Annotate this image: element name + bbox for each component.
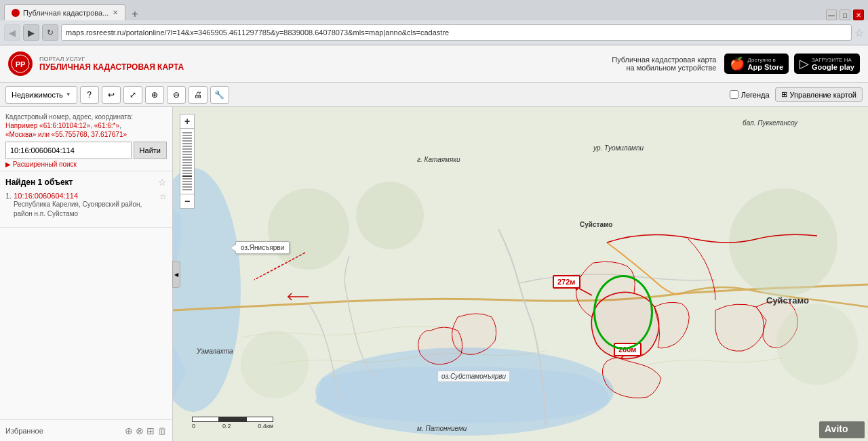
undo-tool-button[interactable]: ↩ xyxy=(102,86,121,104)
scale-segment xyxy=(219,417,246,422)
zoom-tick xyxy=(182,162,192,163)
result-number: 1. xyxy=(5,192,12,200)
search-section: Кадастровый номер, адрес, координата: На… xyxy=(0,107,172,171)
zoom-tick xyxy=(182,146,192,147)
zoom-tick xyxy=(182,143,192,144)
zoom-in-button[interactable]: + xyxy=(180,114,195,129)
window-close-button[interactable]: ✕ xyxy=(853,9,864,20)
address-input[interactable] xyxy=(61,24,852,41)
portal-logo: РР ПОРТАЛ УСЛУГ ПУБЛИЧНАЯ КАДАСТРОВАЯ КА… xyxy=(8,51,612,76)
forward-button[interactable]: ▶ xyxy=(23,24,39,41)
result-addr1: Республика Карелия, Суоярвский район, xyxy=(14,201,142,208)
map-label-suistamo-right: Суйстамо xyxy=(766,295,809,306)
zoom-tick xyxy=(182,156,192,158)
scale-line xyxy=(192,417,273,422)
svg-point-9 xyxy=(241,331,309,398)
zoom-tick xyxy=(182,173,192,174)
googleplay-button[interactable]: ▷ ЗАГРУЗИТЕ НА Google play xyxy=(794,54,860,74)
map-label-suistamo-top: Суйстамо xyxy=(580,221,612,228)
manage-map-grid-icon: ⊞ xyxy=(781,90,787,99)
map-svg xyxy=(173,107,868,441)
favorites-add-icon[interactable]: ⊕ xyxy=(125,425,133,436)
tab-close-button[interactable]: ✕ xyxy=(113,9,118,16)
logo-emblem: РР xyxy=(8,51,33,76)
search-input[interactable] xyxy=(5,142,132,159)
new-tab-button[interactable]: + xyxy=(127,8,142,20)
legend-checkbox-label[interactable]: Легенда xyxy=(730,90,770,99)
favorites-icons: ⊕ ⊗ ⊞ 🗑 xyxy=(125,425,167,436)
mobile-promo-text: Публичная кадастровая карта xyxy=(612,56,716,64)
zoom-tick xyxy=(182,132,192,133)
manage-map-label: Управление картой xyxy=(790,91,856,99)
legend-checkbox[interactable] xyxy=(730,90,738,99)
zoom-out-button[interactable]: − xyxy=(180,194,195,209)
back-button[interactable]: ◀ xyxy=(4,24,20,41)
selected-plot-highlight xyxy=(593,275,653,350)
tab-bar: Публичная кадастрова... ✕ + — □ ✕ xyxy=(0,0,868,20)
results-section: Найден 1 объект ☆ 1. 10:16:0060604:114 ☆… xyxy=(0,171,172,228)
property-type-select[interactable]: Недвижимость ▼ xyxy=(5,86,77,104)
sidebar-collapse-button[interactable]: ◀ xyxy=(172,261,180,288)
zoom-extent-button[interactable]: ⤢ xyxy=(123,86,142,104)
browser-tab[interactable]: Публичная кадастрова... ✕ xyxy=(4,4,125,20)
print-button[interactable]: 🖨 xyxy=(189,86,208,104)
search-example1: Например «61:6:10104:12» xyxy=(5,122,90,129)
scale-segment xyxy=(246,417,273,422)
zoom-active-tick xyxy=(182,175,192,177)
property-type-label: Недвижимость xyxy=(12,91,63,99)
toolbar: Недвижимость ▼ ? ↩ ⤢ ⊕ ⊖ 🖨 🔧 Легенда xyxy=(0,83,868,107)
zoom-tick xyxy=(182,159,192,161)
map-area[interactable]: бал. Пуккелансоу ур. Туомилампи г. Катая… xyxy=(173,107,868,441)
result-item-star-icon[interactable]: ☆ xyxy=(159,192,167,201)
manage-map-button[interactable]: ⊞ Управление картой xyxy=(775,87,863,102)
advanced-search-link[interactable]: ▶ Расширенный поиск xyxy=(5,161,167,168)
zoom-tick xyxy=(182,189,192,190)
window-maximize-button[interactable]: □ xyxy=(840,9,850,20)
appstore-text: Доступно в App Store xyxy=(747,57,783,71)
zoom-tick xyxy=(182,140,192,142)
search-example3: «Москва» или «55.755768, 37.617671» xyxy=(5,131,127,138)
toolbar-left: Недвижимость ▼ ? ↩ ⤢ ⊕ ⊖ 🖨 🔧 xyxy=(5,86,727,104)
scale-labels: 0 0.2 0.4км xyxy=(192,423,273,429)
toolbar-right: Легенда ⊞ Управление картой xyxy=(730,87,863,102)
results-star-icon[interactable]: ☆ xyxy=(158,177,167,188)
svg-text:Avito: Avito xyxy=(825,423,848,434)
svg-point-4 xyxy=(315,348,614,436)
result-item: 1. 10:16:0060604:114 ☆ Республика Карели… xyxy=(5,192,167,219)
select-arrow-icon: ▼ xyxy=(66,91,71,98)
measure-distance-button[interactable]: ⊕ xyxy=(145,86,164,104)
legend-text: Легенда xyxy=(741,91,770,99)
map-label-pukkela: бал. Пуккелансоу xyxy=(743,119,797,127)
rosreestr-logo-icon: РР xyxy=(11,54,30,73)
help-tool-button[interactable]: ? xyxy=(80,86,99,104)
address-bar-row: ◀ ▶ ↻ ☆ xyxy=(0,20,868,45)
favorites-import-icon[interactable]: ⊞ xyxy=(146,425,155,436)
appstore-button[interactable]: 🍎 Доступно в App Store xyxy=(724,54,789,74)
zoom-tick xyxy=(182,135,192,136)
svg-point-6 xyxy=(356,182,424,249)
portal-text: ПОРТАЛ УСЛУГ ПУБЛИЧНАЯ КАДАСТРОВАЯ КАРТА xyxy=(39,56,184,72)
measure-area-button[interactable]: ⊖ xyxy=(167,86,186,104)
zoom-tick xyxy=(182,148,192,150)
result-address: Республика Карелия, Суоярвский район, ра… xyxy=(14,200,167,219)
result-cadastre-link[interactable]: 10:16:0060604:114 xyxy=(14,192,78,200)
settings-button[interactable]: 🔧 xyxy=(210,86,229,104)
map-label-katay: г. Катаямяки xyxy=(417,156,460,163)
favorites-delete-icon[interactable]: 🗑 xyxy=(157,425,167,436)
window-minimize-button[interactable]: — xyxy=(826,9,837,20)
mobile-promo-sub: на мобильном устройстве xyxy=(612,64,716,72)
bookmark-button[interactable]: ☆ xyxy=(854,26,864,39)
search-row: Найти xyxy=(5,142,167,159)
distance-callout-272m: 272м xyxy=(553,275,580,289)
app-buttons: 🍎 Доступно в App Store ▷ ЗАГРУЗИТЕ НА Go… xyxy=(724,54,860,74)
favorites-export-icon[interactable]: ⊗ xyxy=(136,425,144,436)
zoom-tick xyxy=(182,181,192,182)
refresh-button[interactable]: ↻ xyxy=(42,24,58,41)
map-label-uzmalakhta: Уэмалахта xyxy=(197,348,233,355)
zoom-tick xyxy=(182,138,192,139)
header-right: Публичная кадастровая карта на мобильном… xyxy=(612,54,860,74)
search-button[interactable]: Найти xyxy=(134,142,167,159)
search-hint-text: Кадастровый номер, адрес, координата: xyxy=(5,113,133,121)
favorites-label: Избранное xyxy=(5,427,122,435)
map-label-suistamonjarvi: оз.Суйстамонъярви xyxy=(437,371,510,382)
